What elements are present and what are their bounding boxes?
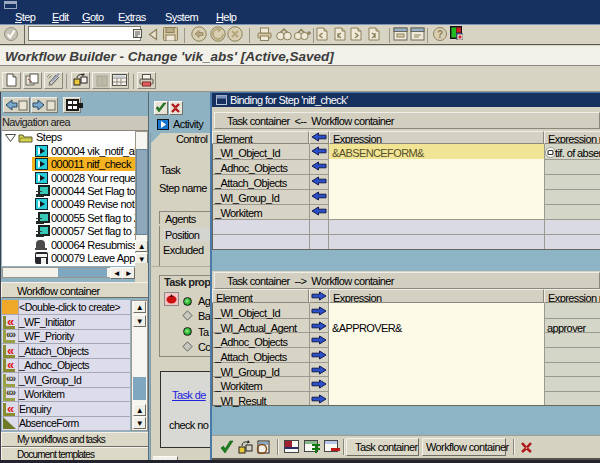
svg-text:?: ?: [437, 29, 443, 40]
